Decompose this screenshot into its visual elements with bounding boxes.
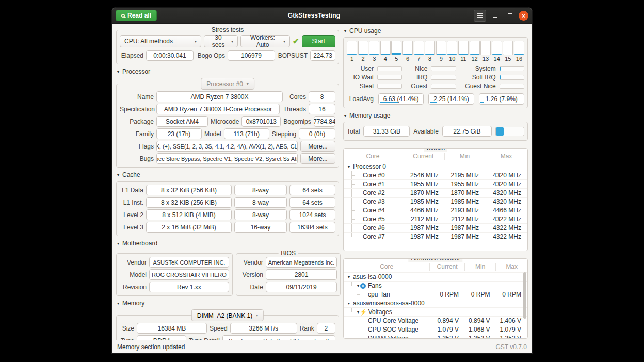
hwmon-sensor-row[interactable]: CPU SOC Voltage1.079 V1.068 V1.079 V [344,325,527,334]
maximize-button[interactable] [504,10,516,22]
memory-usage-bar [495,127,524,136]
clock-row[interactable]: Core #31985 MHz1985 MHz4320 MHz [344,197,527,206]
more-label: More... [308,143,327,150]
cpu-core-meter [358,41,368,55]
core-number: 10 [449,56,455,62]
cpu-core-meter [391,41,401,55]
mem-total-label: Total [347,128,360,135]
motherboard-expander[interactable]: ▾ Motherboard [117,240,339,247]
clock-row[interactable]: Core #11955 MHz1955 MHz4320 MHz [344,179,527,188]
threads-label: Threads [282,106,306,113]
bopsust-label: BOPSUST [278,52,308,59]
stress-workers-value: Workers: Auto [245,34,280,48]
bugs-more-button[interactable]: More... [300,153,335,164]
cpu-usage-expander[interactable]: ▾ CPU usage [344,27,528,35]
main-content: Stress tests CPU: All methods ▾ 30 secs … [112,24,532,340]
processor-selector-dropdown[interactable]: Processor #0 ▾ [201,78,254,90]
clocks-group-row[interactable]: ▾ Processor 0 [344,162,527,171]
mobo-revision-label: Revision [120,284,147,291]
family-label: Family [120,130,154,138]
minimize-button[interactable] [489,10,501,22]
mem-available-field: 22.75 GiB [442,126,492,137]
cache-size-field: 8 x 32 KiB (256 KiB) [146,185,232,195]
expander-arrow-icon: ▾ [356,284,359,288]
cache-row: Level 2 8 x 512 KiB (4 MiB) 8-way 1024 s… [120,209,335,220]
hwmon-table-header: Core Current Min Max [344,261,527,272]
menu-button[interactable] [474,10,486,22]
cpu-core-meter [514,41,524,55]
clock-row[interactable]: Core #61987 MHz1987 MHz4322 MHz [344,223,527,232]
core-number: 2 [362,56,365,62]
core-number: 8 [428,56,431,62]
more-label: More... [308,155,327,162]
stress-duration-dropdown[interactable]: 30 secs ▾ [204,35,238,47]
clock-row[interactable]: Core #52112 MHz2112 MHz4322 MHz [344,215,527,223]
hwmon-sensor-row[interactable]: cpu_fan 0 RPM0 RPM0 RPM [344,290,527,299]
bios-version-field: 2801 [266,269,337,280]
stat-label: User [347,65,374,72]
memory-expander[interactable]: ▾ Memory [117,300,339,307]
expander-arrow-icon: ▾ [117,241,119,246]
stat-label: Nice [406,65,427,72]
hwmon-group-row[interactable]: ▾ asus-isa-0000 [344,272,527,281]
memory-usage-section-label: Memory usage [349,112,390,119]
stress-workers-dropdown[interactable]: Workers: Auto ▾ [240,35,290,47]
cpu-core-meters: 1 2 3 4 5 6 7 8 9 10 11 12 13 14 15 16 [347,41,524,62]
clock-row[interactable]: Core #21870 MHz1870 MHz4320 MHz [344,188,527,197]
hwmon-sensor-row[interactable]: CPU Core Voltage0.894 V0.894 V1.406 V [344,316,527,325]
model-field: 113 (71h) [224,128,269,139]
minimize-icon [493,17,497,18]
stress-method-dropdown[interactable]: CPU: All methods ▾ [120,35,201,47]
processor-frame: Processor #0 ▾ Name AMD Ryzen 7 3800X Co… [116,84,339,168]
package-label: Package [120,118,154,125]
flags-more-button[interactable]: More... [300,141,335,152]
motherboard-section-label: Motherboard [122,240,157,247]
voltages-label: Voltages [368,308,392,316]
processor-expander[interactable]: ▾ Processor [117,68,339,75]
chevron-down-icon: ▾ [283,39,285,44]
core-number: 15 [505,56,511,62]
loadavg-label: LoadAvg [347,95,374,103]
core-number: 4 [384,56,387,62]
cache-row-label: Level 2 [120,211,143,219]
stat-bar [431,84,456,89]
clock-row[interactable]: Core #71987 MHz1987 MHz4322 MHz [344,232,527,241]
stat-bar [377,75,402,80]
titlebar: Read all GtkStressTesting × [112,8,532,24]
expander-arrow-icon: ▾ [344,29,346,34]
mobo-model-field: ROG CROSSHAIR VII HERO [149,269,229,280]
hamburger-icon [477,15,483,16]
cache-expander[interactable]: ▾ Cache [117,171,339,178]
cache-row-label: L1 Inst. [120,199,143,206]
close-button[interactable]: × [519,11,528,21]
memory-usage-expander[interactable]: ▾ Memory usage [344,112,528,119]
hwmon-fans-row[interactable]: ▾ Fans [344,281,527,290]
clocks-legend: Clocks [424,148,447,152]
read-all-button[interactable]: Read all [116,10,157,21]
stat-label: System [460,65,496,72]
processor-selector-value: Processor #0 [206,80,243,88]
dimm-selector-dropdown[interactable]: DIMM_A2 (BANK 1) ▾ [191,309,264,321]
cache-sets-field: 64 sets [289,197,335,208]
bopsust-field: 224.73 [310,50,335,61]
core-number: 12 [471,56,477,62]
hwmon-voltages-row[interactable]: ▾ ⚡ Voltages [344,307,527,316]
cores-field: 8 [309,91,335,102]
mem-type-field: DDR4 [137,335,186,340]
clock-row[interactable]: Core #44466 MHz2193 MHz4466 MHz [344,206,527,215]
core-number: 1 [350,56,353,62]
chevron-down-icon: ▾ [195,39,197,44]
col-current: Current [403,153,445,160]
maximize-icon [508,13,512,18]
loadavg-15min: 1.26 (7.9%) [479,93,524,105]
hwmon-group-row[interactable]: ▾ asuswmisensors-isa-0000 [344,299,527,307]
col-min: Min [465,263,496,271]
hwmon-scrollbar[interactable] [523,272,526,319]
hwmon-sensor-row[interactable]: DRAM Voltage1.352 V1.352 V1.352 V [344,334,527,339]
bugs-field: Spec Store Bypass, Spectre V1, Spectre V… [156,153,298,164]
bios-date-field: 09/11/2019 [266,282,337,292]
mem-available-label: Available [413,128,438,135]
clock-row[interactable]: Core #02546 MHz2195 MHz4320 MHz [344,171,527,179]
microcode-field: 0x8701013 [242,116,281,127]
start-button[interactable]: Start [302,35,335,47]
